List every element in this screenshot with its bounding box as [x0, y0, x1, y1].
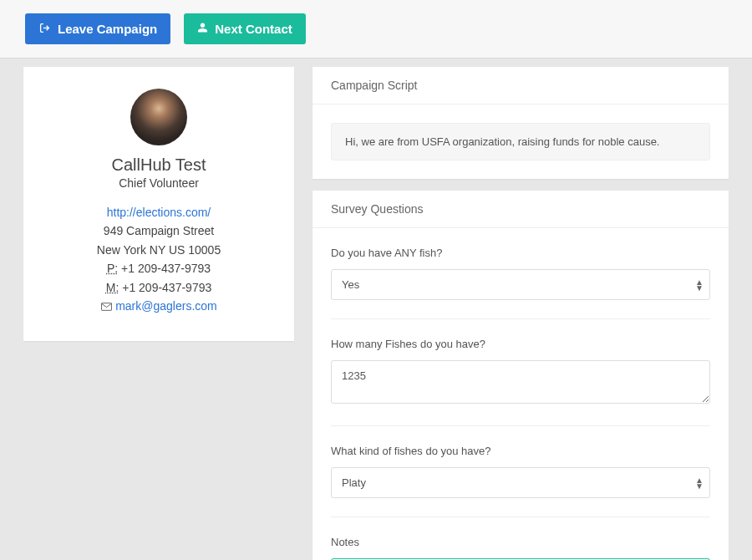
divider	[331, 318, 710, 319]
contact-website-link[interactable]: http://elections.com/	[40, 203, 277, 221]
divider	[331, 425, 710, 426]
survey-body: Do you have ANY fish? Yes ▲▼ How many Fi…	[312, 228, 729, 560]
avatar	[130, 89, 187, 145]
question-1-select-wrap: Yes ▲▼	[331, 269, 710, 300]
divider	[331, 517, 710, 517]
question-1-label: Do you have ANY fish?	[331, 247, 710, 259]
contact-card: CallHub Test Chief Volunteer http://elec…	[23, 67, 294, 341]
contact-name: CallHub Test	[40, 155, 277, 175]
contact-email-link[interactable]: mark@gaglers.com	[115, 299, 217, 313]
script-panel-body: Hi, we are from USFA organization, raisi…	[312, 104, 729, 179]
notes-block: Notes	[331, 536, 710, 560]
question-3-label: What kind of fishes do you have?	[331, 445, 710, 457]
question-2: How many Fishes do you have?	[331, 338, 710, 407]
phone-label: P:	[107, 262, 118, 275]
contact-mobile: +1 209-437-9793	[119, 281, 211, 294]
sign-out-icon	[38, 22, 51, 36]
main-content: CallHub Test Chief Volunteer http://elec…	[0, 59, 752, 560]
notes-label: Notes	[331, 536, 710, 548]
question-1-select[interactable]: Yes	[331, 269, 710, 300]
question-3: What kind of fishes do you have? Platy ▲…	[331, 445, 710, 498]
next-contact-label: Next Contact	[215, 22, 292, 36]
leave-campaign-button[interactable]: Leave Campaign	[25, 13, 170, 44]
left-column: CallHub Test Chief Volunteer http://elec…	[23, 67, 294, 560]
mobile-label: M:	[106, 281, 119, 294]
question-3-select[interactable]: Platy	[331, 467, 710, 498]
top-bar: Leave Campaign Next Contact	[0, 0, 752, 59]
campaign-script-text: Hi, we are from USFA organization, raisi…	[331, 123, 710, 160]
envelope-icon	[100, 298, 112, 316]
question-3-select-wrap: Platy ▲▼	[331, 467, 710, 498]
question-2-label: How many Fishes do you have?	[331, 338, 710, 350]
contact-phone: +1 209-437-9793	[118, 262, 211, 275]
question-1: Do you have ANY fish? Yes ▲▼	[331, 247, 710, 300]
right-column: Campaign Script Hi, we are from USFA org…	[312, 67, 729, 560]
survey-panel-title: Survey Questions	[312, 191, 729, 228]
leave-campaign-label: Leave Campaign	[58, 22, 157, 36]
contact-address-1: 949 Campaign Street	[40, 221, 277, 240]
contact-address-2: New York NY US 10005	[40, 241, 277, 259]
contact-email-line: mark@gaglers.com	[40, 297, 277, 316]
person-icon	[197, 22, 208, 36]
question-2-input[interactable]	[331, 360, 710, 404]
svg-rect-1	[101, 303, 111, 311]
next-contact-button[interactable]: Next Contact	[184, 13, 306, 44]
contact-phone-line: P: +1 209-437-9793	[40, 259, 277, 277]
script-panel: Campaign Script Hi, we are from USFA org…	[312, 67, 729, 179]
survey-panel: Survey Questions Do you have ANY fish? Y…	[312, 191, 729, 560]
contact-mobile-line: M: +1 209-437-9793	[40, 278, 277, 297]
contact-role: Chief Volunteer	[40, 176, 277, 190]
script-panel-title: Campaign Script	[312, 67, 729, 104]
